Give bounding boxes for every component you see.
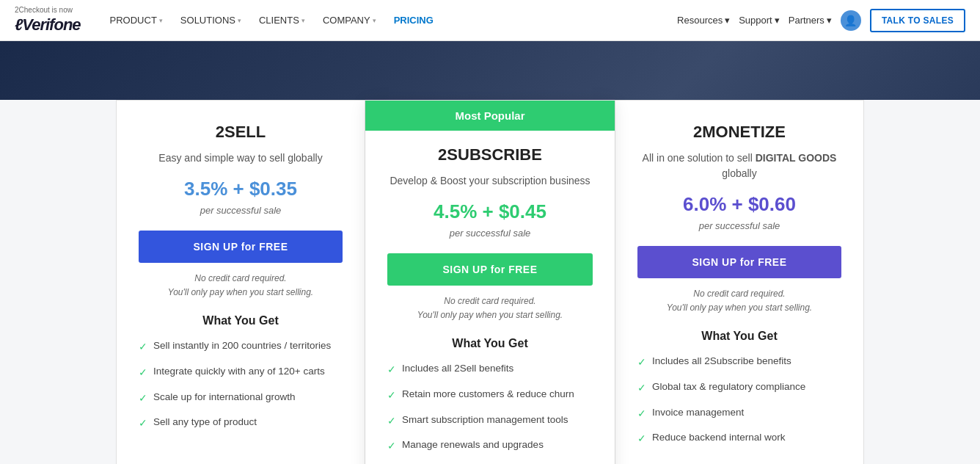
nav-solutions[interactable]: SOLUTIONS ▾ [173,10,249,30]
check-icon: ✓ [637,355,646,370]
card-desc-2sell: Easy and simple way to sell globally [139,151,343,166]
check-icon: ✓ [637,381,646,396]
nav-partners[interactable]: Partners ▾ [789,15,832,26]
check-icon: ✓ [387,414,396,429]
signup-button-2sell[interactable]: SIGN UP for FREE [139,231,343,263]
brand-subtitle: 2Checkout is now [15,6,81,14]
chevron-down-icon: ▾ [775,15,780,26]
feature-list-2sell: ✓ Sell instantly in 200 countries / terr… [139,339,343,430]
feature-item: ✓ Manage renewals and upgrades [387,438,593,454]
check-icon: ✓ [637,407,646,421]
chevron-down-icon: ▾ [827,15,832,26]
feature-item: ✓ Retain more customers & reduce churn [387,388,593,403]
check-icon: ✓ [139,416,147,431]
feature-item: ✓ Reduce backend internal work [637,431,841,446]
nav-right: Resources ▾ Support ▾ Partners ▾ 👤 TALK … [677,9,965,32]
what-you-get-2subscribe: What You Get [387,337,593,350]
card-2monetize: 2MONETIZE All in one solution to sell DI… [615,100,864,464]
feature-item: ✓ Scale up for international growth [139,391,343,406]
feature-item: ✓ Global tax & regulatory compliance [637,380,841,396]
nav-links: PRODUCT ▾ SOLUTIONS ▾ CLIENTS ▾ COMPANY … [103,10,677,30]
card-price-2subscribe: 4.5% + $0.45 [387,200,593,223]
nav-company[interactable]: COMPANY ▾ [315,10,384,30]
feature-item: ✓ Includes all 2Sell benefits [387,362,593,377]
chevron-down-icon: ▾ [159,17,163,24]
nav-resources[interactable]: Resources ▾ [677,15,730,26]
card-price-2monetize: 6.0% + $0.60 [637,193,841,216]
chevron-down-icon: ▾ [238,17,241,24]
hero-background [0,41,980,100]
no-cc-2sell: No credit card required. You'll only pay… [139,272,343,300]
card-desc-2subscribe: Develop & Boost your subscription busine… [387,173,593,189]
what-you-get-2sell: What You Get [139,314,343,327]
card-desc-2monetize: All in one solution to sell DIGITAL GOOD… [637,151,841,181]
signup-button-2subscribe[interactable]: SIGN UP for FREE [387,253,593,286]
signup-button-2monetize[interactable]: SIGN UP for FREE [637,246,841,278]
feature-item: ✓ Includes all 2Subscribe benefits [637,355,841,370]
card-price-sub-2sell: per successful sale [139,205,343,216]
check-icon: ✓ [139,391,147,406]
no-cc-2subscribe: No credit card required. You'll only pay… [387,294,593,322]
check-icon: ✓ [387,388,396,403]
card-title-2subscribe: 2SUBSCRIBE [387,145,593,164]
pricing-cards-container: 2SELL Easy and simple way to sell global… [87,100,893,464]
nav-pricing[interactable]: PRICING [387,10,441,30]
brand-logo[interactable]: ℓVerifone [15,15,81,35]
feature-item: ✓ Sell any type of product [139,416,343,431]
card-title-2monetize: 2MONETIZE [637,123,841,142]
chevron-down-icon: ▾ [373,17,376,24]
check-icon: ✓ [387,363,396,377]
check-icon: ✓ [139,366,147,380]
talk-to-sales-button[interactable]: TALK TO SALES [870,9,965,32]
feature-item: ✓ Smart subscription management tools [387,413,593,429]
brand: 2Checkout is now ℓVerifone [15,6,81,35]
feature-list-2subscribe: ✓ Includes all 2Sell benefits ✓ Retain m… [387,362,593,453]
feature-item: ✓ Integrate quickly with any of 120+ car… [139,365,343,380]
nav-support[interactable]: Support ▾ [739,15,780,26]
card-price-sub-2monetize: per successful sale [637,220,841,231]
no-cc-2monetize: No credit card required. You'll only pay… [637,287,841,315]
feature-item: ✓ Sell instantly in 200 countries / terr… [139,339,343,355]
pricing-section: 2SELL Easy and simple way to sell global… [0,100,980,464]
nav-clients[interactable]: CLIENTS ▾ [252,10,312,30]
card-2sell: 2SELL Easy and simple way to sell global… [116,100,365,464]
what-you-get-2monetize: What You Get [637,330,841,343]
feature-list-2monetize: ✓ Includes all 2Subscribe benefits ✓ Glo… [637,355,841,446]
card-2subscribe: Most Popular 2SUBSCRIBE Develop & Boost … [365,100,615,464]
check-icon: ✓ [139,340,147,355]
feature-item: ✓ Invoice management [637,406,841,421]
navbar: 2Checkout is now ℓVerifone PRODUCT ▾ SOL… [0,0,980,41]
check-icon: ✓ [637,432,646,446]
card-title-2sell: 2SELL [139,123,343,142]
chevron-down-icon: ▾ [725,15,730,26]
card-price-2sell: 3.5% + $0.35 [139,178,343,200]
check-icon: ✓ [387,439,396,454]
nav-product[interactable]: PRODUCT ▾ [103,10,170,30]
card-price-sub-2subscribe: per successful sale [387,228,593,239]
chevron-down-icon: ▾ [301,17,305,24]
user-avatar-icon[interactable]: 👤 [841,10,861,31]
most-popular-badge: Most Popular [365,101,615,131]
